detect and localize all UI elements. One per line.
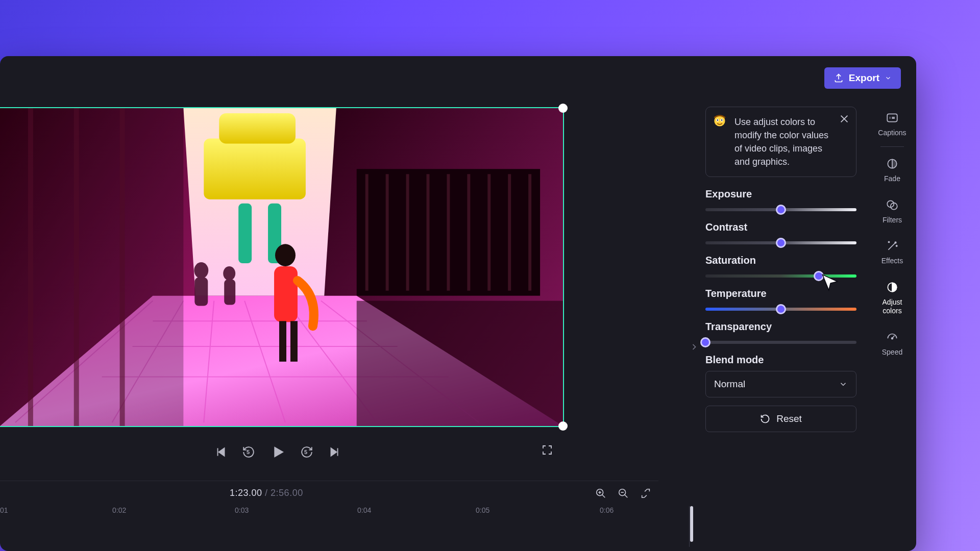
zoom-out-button[interactable] [618,488,629,499]
svg-rect-15 [219,113,296,144]
exposure-slider[interactable] [705,208,856,211]
svg-rect-33 [279,321,286,361]
saturation-slider[interactable] [705,274,856,278]
chevron-down-icon [885,74,892,82]
upload-icon [834,73,844,83]
contrast-knob[interactable] [776,238,786,248]
info-tooltip: Use adjust colors to modify the color va… [705,107,856,177]
temperature-slider[interactable] [705,308,856,311]
rail-effects[interactable]: Effects [872,231,912,272]
svg-line-44 [602,495,605,498]
reset-label: Reset [776,413,802,424]
timeline-playhead[interactable] [690,506,693,542]
blend-mode-select[interactable]: Normal [705,371,856,397]
rail-speed[interactable]: Speed [872,322,912,364]
blend-mode-value: Normal [714,379,745,390]
fade-icon [886,157,899,170]
rewind-5s-button[interactable]: 5 [242,445,255,459]
next-clip-button[interactable] [328,445,341,459]
svg-point-54 [721,119,723,121]
detective-emoji-icon [713,114,726,128]
svg-point-37 [223,266,235,281]
svg-rect-57 [887,114,897,121]
forward-5s-button[interactable]: 5 [300,445,313,459]
svg-point-35 [194,262,208,279]
transparency-knob[interactable] [700,337,710,347]
svg-line-48 [625,495,628,498]
svg-rect-32 [274,266,298,322]
tool-rail: Captions Fade Filters Effects Adjust col… [872,103,912,364]
time-bar: 1:23.00 / 2:56.00 [0,481,658,506]
svg-rect-14 [204,139,306,199]
svg-rect-36 [194,278,208,306]
exposure-knob[interactable] [776,205,786,215]
play-button[interactable] [270,444,286,460]
svg-point-61 [895,242,896,244]
export-button[interactable]: Export [824,67,901,89]
time-display: 1:23.00 / 2:56.00 [230,488,303,498]
svg-point-53 [717,119,719,121]
contrast-slider[interactable] [705,241,856,244]
rail-captions[interactable]: Captions [872,103,912,144]
undo-icon [760,414,770,424]
adjust-colors-icon [886,281,899,294]
resize-handle-br[interactable] [558,421,568,431]
rail-adjust-colors[interactable]: Adjust colors [872,272,912,322]
speed-icon [886,331,899,344]
effects-icon [886,239,899,253]
contrast-label: Contrast [705,221,856,233]
saturation-knob[interactable] [814,271,824,281]
svg-point-65 [892,338,893,339]
video-editor-window: Export [0,56,916,551]
reset-button[interactable]: Reset [705,406,856,432]
svg-rect-38 [224,280,235,305]
svg-rect-40 [0,108,183,426]
transparency-slider[interactable] [705,341,856,344]
captions-icon [886,111,899,124]
svg-point-31 [275,244,296,266]
video-frame [0,108,563,426]
total-time: 2:56.00 [271,488,303,498]
fullscreen-button[interactable] [541,444,553,456]
playback-controls: 5 5 [214,444,341,460]
current-time: 1:23.00 [230,488,262,498]
resize-handle-tr[interactable] [558,104,568,113]
export-label: Export [849,72,879,84]
chevron-down-icon [839,380,848,389]
svg-rect-34 [290,321,298,361]
svg-point-62 [888,242,889,243]
rail-fade[interactable]: Fade [872,149,912,190]
fit-timeline-button[interactable] [640,488,651,499]
adjust-colors-panel: Use adjust colors to modify the color va… [697,99,865,551]
svg-rect-16 [238,204,252,263]
info-close-button[interactable] [839,113,850,124]
svg-rect-39 [357,301,563,426]
saturation-label: Saturation [705,255,856,266]
transparency-label: Transparency [705,321,856,333]
zoom-in-button[interactable] [595,488,606,499]
svg-point-63 [896,245,897,246]
selection-frame[interactable] [0,107,564,427]
exposure-label: Exposure [705,188,856,200]
rail-filters[interactable]: Filters [872,190,912,232]
temperature-label: Temperature [705,288,856,299]
prev-clip-button[interactable] [214,445,228,459]
blend-mode-label: Blend mode [705,354,856,366]
filters-icon [886,198,899,212]
preview-canvas[interactable] [0,107,564,434]
temperature-knob[interactable] [776,304,786,314]
info-text: Use adjust colors to modify the color va… [734,117,828,167]
